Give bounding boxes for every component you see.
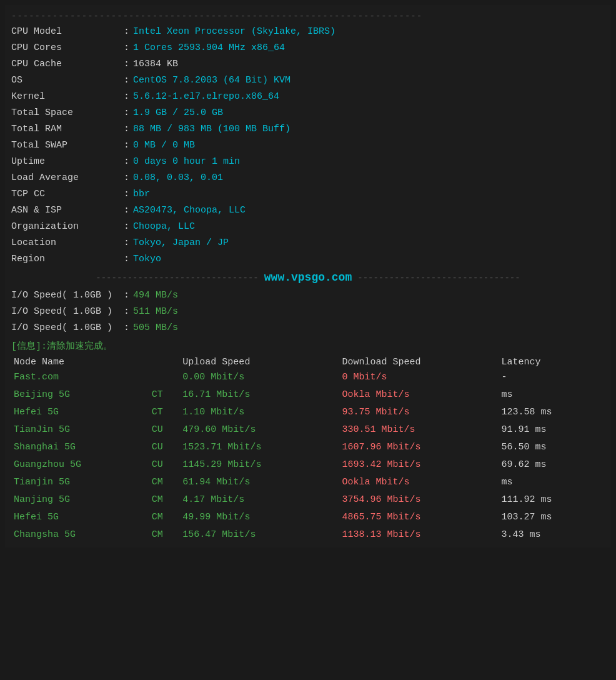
col-download: Download Speed: [339, 356, 499, 369]
upload-speed-8: 49.99 Mbit/s: [180, 509, 339, 526]
col-upload: Upload Speed: [180, 356, 339, 369]
table-row: Tianjin 5G CM 61.94 Mbit/s Ookla Mbit/s …: [11, 474, 605, 491]
organization-value: Choopa, LLC: [133, 219, 195, 234]
region-row: Region : Tokyo: [11, 251, 605, 268]
upload-speed-5: 1145.29 Mbit/s: [180, 456, 339, 474]
io-speed-value-2: 505 MB/s: [133, 321, 178, 336]
total-swap-row: Total SWAP : 0 MB / 0 MB: [11, 138, 605, 154]
cpu-cache-row: CPU Cache : 16384 KB: [11, 56, 605, 72]
node-name-6: Tianjin 5G: [11, 474, 149, 491]
location-label: Location: [11, 236, 124, 251]
download-speed-7: 3754.96 Mbit/s: [339, 491, 499, 509]
kernel-label: Kernel: [11, 89, 124, 104]
top-divider: ----------------------------------------…: [11, 11, 605, 21]
node-tag-2: CT: [149, 404, 181, 421]
region-value: Tokyo: [133, 252, 161, 267]
node-name-1: Beijing 5G: [11, 386, 149, 404]
io-speed-label-1: I/O Speed( 1.0GB ): [11, 304, 124, 319]
total-space-row: Total Space : 1.9 GB / 25.0 GB: [11, 105, 605, 121]
latency-6: ms: [499, 474, 605, 491]
upload-speed-9: 156.47 Mbit/s: [180, 526, 339, 544]
asn-isp-row: ASN & ISP : AS20473, Choopa, LLC: [11, 202, 605, 219]
uptime-value: 0 days 0 hour 1 min: [133, 154, 240, 169]
node-tag-5: CU: [149, 456, 181, 474]
node-name-9: Changsha 5G: [11, 526, 149, 544]
load-average-value: 0.08, 0.03, 0.01: [133, 171, 223, 186]
os-label: OS: [11, 73, 124, 88]
io-speed-value-0: 494 MB/s: [133, 288, 178, 303]
info-notice: [信息]:清除加速完成。: [11, 340, 605, 352]
main-container: ----------------------------------------…: [5, 5, 611, 548]
network-table-body: Fast.com 0.00 Mbit/s 0 Mbit/s - Beijing …: [11, 369, 605, 544]
cpu-cores-value: 1 Cores 2593.904 MHz x86_64: [133, 41, 285, 56]
node-name-7: Nanjing 5G: [11, 491, 149, 509]
table-row: Guangzhou 5G CU 1145.29 Mbit/s 1693.42 M…: [11, 456, 605, 474]
table-row: Shanghai 5G CU 1523.71 Mbit/s 1607.96 Mb…: [11, 439, 605, 456]
total-space-label: Total Space: [11, 106, 124, 121]
total-ram-label: Total RAM: [11, 122, 124, 137]
table-row: Beijing 5G CT 16.71 Mbit/s Ookla Mbit/s …: [11, 386, 605, 404]
cpu-cache-value: 16384 KB: [133, 57, 178, 72]
table-row: Fast.com 0.00 Mbit/s 0 Mbit/s -: [11, 369, 605, 386]
os-row: OS : CentOS 7.8.2003 (64 Bit) KVM: [11, 72, 605, 89]
latency-3: 91.91 ms: [499, 421, 605, 439]
section-divider: ------------------------------- www.vpsg…: [11, 271, 605, 284]
node-name-4: Shanghai 5G: [11, 439, 149, 456]
download-speed-5: 1693.42 Mbit/s: [339, 456, 499, 474]
node-tag-6: CM: [149, 474, 181, 491]
upload-speed-6: 61.94 Mbit/s: [180, 474, 339, 491]
node-tag-0: [149, 369, 181, 386]
download-speed-9: 1138.13 Mbit/s: [339, 526, 499, 544]
total-swap-value: 0 MB / 0 MB: [133, 138, 195, 153]
latency-8: 103.27 ms: [499, 509, 605, 526]
upload-speed-7: 4.17 Mbit/s: [180, 491, 339, 509]
download-speed-1: Ookla Mbit/s: [339, 386, 499, 404]
download-speed-4: 1607.96 Mbit/s: [339, 439, 499, 456]
load-average-row: Load Average : 0.08, 0.03, 0.01: [11, 170, 605, 186]
table-row: TianJin 5G CU 479.60 Mbit/s 330.51 Mbit/…: [11, 421, 605, 439]
latency-9: 3.43 ms: [499, 526, 605, 544]
node-tag-9: CM: [149, 526, 181, 544]
col-latency: Latency: [499, 356, 605, 369]
table-row: Changsha 5G CM 156.47 Mbit/s 1138.13 Mbi…: [11, 526, 605, 544]
latency-0: -: [499, 369, 605, 386]
node-tag-8: CM: [149, 509, 181, 526]
table-row: Nanjing 5G CM 4.17 Mbit/s 3754.96 Mbit/s…: [11, 491, 605, 509]
latency-4: 56.50 ms: [499, 439, 605, 456]
watermark: www.vpsgo.com: [264, 271, 352, 284]
table-row: Hefei 5G CT 1.10 Mbit/s 93.75 Mbit/s 123…: [11, 404, 605, 421]
latency-1: ms: [499, 386, 605, 404]
cpu-model-row: CPU Model : Intel Xeon Processor (Skylak…: [11, 24, 605, 40]
download-speed-3: 330.51 Mbit/s: [339, 421, 499, 439]
uptime-label: Uptime: [11, 154, 124, 169]
total-space-value: 1.9 GB / 25.0 GB: [133, 106, 223, 121]
download-speed-0: 0 Mbit/s: [339, 369, 499, 386]
io-speed-row-2: I/O Speed( 1.0GB ) : 505 MB/s: [11, 320, 605, 336]
col-node-name: Node Name: [11, 356, 149, 369]
latency-7: 111.92 ms: [499, 491, 605, 509]
upload-speed-2: 1.10 Mbit/s: [180, 404, 339, 421]
uptime-row: Uptime : 0 days 0 hour 1 min: [11, 154, 605, 170]
node-tag-1: CT: [149, 386, 181, 404]
node-tag-3: CU: [149, 421, 181, 439]
load-average-label: Load Average: [11, 171, 124, 186]
organization-label: Organization: [11, 219, 124, 234]
os-value: CentOS 7.8.2003 (64 Bit) KVM: [133, 73, 291, 88]
tcp-cc-row: TCP CC : bbr: [11, 186, 605, 202]
asn-isp-label: ASN & ISP: [11, 203, 124, 218]
node-tag-7: CM: [149, 491, 181, 509]
upload-speed-0: 0.00 Mbit/s: [180, 369, 339, 386]
cpu-cores-label: CPU Cores: [11, 41, 124, 56]
asn-isp-value: AS20473, Choopa, LLC: [133, 203, 246, 218]
node-name-8: Hefei 5G: [11, 509, 149, 526]
tcp-cc-value: bbr: [133, 187, 150, 202]
cpu-cores-row: CPU Cores : 1 Cores 2593.904 MHz x86_64: [11, 40, 605, 56]
download-speed-2: 93.75 Mbit/s: [339, 404, 499, 421]
upload-speed-4: 1523.71 Mbit/s: [180, 439, 339, 456]
node-name-2: Hefei 5G: [11, 404, 149, 421]
io-speed-row-0: I/O Speed( 1.0GB ) : 494 MB/s: [11, 288, 605, 304]
download-speed-8: 4865.75 Mbit/s: [339, 509, 499, 526]
kernel-row: Kernel : 5.6.12-1.el7.elrepo.x86_64: [11, 89, 605, 105]
col-tag: [149, 356, 181, 369]
download-speed-6: Ookla Mbit/s: [339, 474, 499, 491]
